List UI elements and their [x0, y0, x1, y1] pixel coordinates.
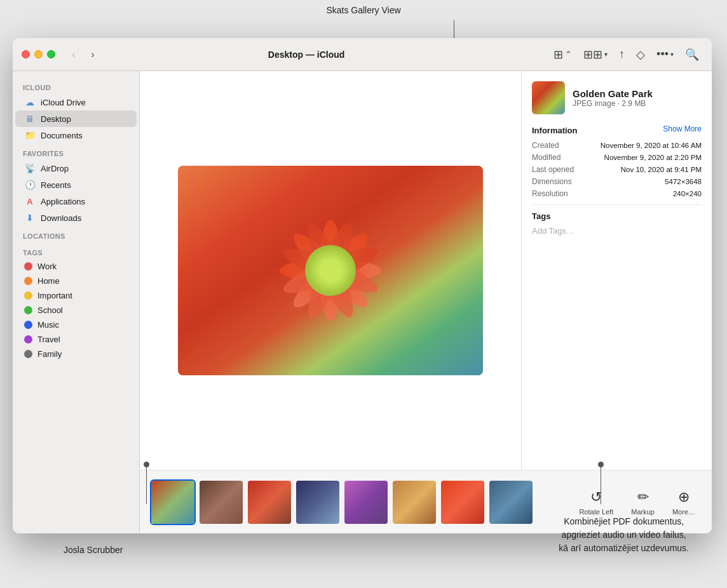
sidebar-item-tag-travel[interactable]: Travel	[15, 332, 137, 347]
rotate-left-icon: ↺	[590, 489, 602, 505]
flower-center	[305, 245, 356, 296]
title-bar: ‹ › Desktop — iCloud ⊞ ⌃ ⊞⊞ ▾ ↑ ◇ ••• ▾	[13, 38, 712, 71]
thumb-5[interactable]	[343, 479, 389, 525]
gallery-area: Golden Gate Park JPEG image · 2.9 MB Inf…	[140, 71, 712, 470]
tags-label: Tags	[532, 211, 702, 221]
gallery-view-button[interactable]: ⊞⊞ ▾	[580, 45, 611, 64]
more-button[interactable]: ••• ▾	[653, 45, 677, 63]
fullscreen-button[interactable]	[47, 50, 55, 58]
markup-button[interactable]: ✏ Markup	[625, 485, 661, 519]
thumb-img-6	[393, 481, 436, 524]
finder-window: ‹ › Desktop — iCloud ⊞ ⌃ ⊞⊞ ▾ ↑ ◇ ••• ▾	[13, 38, 712, 533]
sidebar-item-label: Documents	[41, 131, 83, 140]
minimize-button[interactable]	[34, 50, 43, 58]
thumb-8[interactable]	[488, 479, 534, 525]
sidebar-item-downloads[interactable]: ⬇ Downloads	[15, 210, 137, 226]
gallery-view-icon: ⊞⊞	[583, 48, 602, 62]
file-thumbnail	[532, 81, 565, 114]
sidebar-item-icloud-drive[interactable]: ☁ iCloud Drive	[15, 94, 137, 110]
sidebar-item-tag-home[interactable]: Home	[15, 274, 137, 288]
info-row-created: Created November 9, 2020 at 10:46 AM	[532, 141, 702, 150]
callout-top-label: Skats Gallery View	[0, 5, 727, 15]
show-more-button[interactable]: Show More	[663, 124, 702, 133]
thumb-2[interactable]	[198, 479, 244, 525]
sidebar-item-label: Applications	[41, 197, 85, 206]
tag-music-dot	[24, 321, 32, 329]
view-toggle-button[interactable]: ⊞ ⌃	[550, 45, 576, 64]
view-toggle-chevron: ⌃	[565, 50, 572, 59]
tag-button[interactable]: ◇	[632, 45, 649, 64]
scrubber-thumbnails	[150, 479, 573, 525]
close-button[interactable]	[22, 50, 30, 58]
tag-important-label: Important	[37, 291, 72, 300]
info-section: Information Show More	[532, 124, 702, 136]
scrubber-actions: ↺ Rotate Left ✏ Markup ⊕ More…	[573, 485, 702, 519]
search-button[interactable]: 🔍	[681, 45, 703, 64]
dimensions-label: Dimensions	[532, 177, 572, 186]
documents-icon: 📁	[24, 130, 36, 141]
created-value: November 9, 2020 at 10:46 AM	[601, 142, 702, 149]
info-row-modified: Modified November 9, 2020 at 2:20 PM	[532, 153, 702, 162]
sidebar-item-tag-work[interactable]: Work	[15, 259, 137, 274]
toolbar-right: ⊞ ⌃ ⊞⊞ ▾ ↑ ◇ ••• ▾ 🔍	[550, 45, 703, 64]
thumb-3[interactable]	[247, 479, 292, 525]
share-button[interactable]: ↑	[615, 45, 628, 63]
file-name: Golden Gate Park	[573, 88, 653, 99]
scrubber-bar: ↺ Rotate Left ✏ Markup ⊕ More…	[140, 470, 712, 533]
more-actions-button[interactable]: ⊕ More…	[666, 485, 702, 519]
finder-body: iCloud ☁ iCloud Drive 🖥 Desktop 📁 Docume…	[13, 71, 712, 533]
info-panel: Golden Gate Park JPEG image · 2.9 MB Inf…	[521, 71, 712, 470]
sidebar-item-label: iCloud Drive	[41, 98, 86, 107]
modified-value: November 9, 2020 at 2:20 PM	[604, 154, 702, 161]
thumb-6[interactable]	[391, 479, 437, 525]
thumb-7[interactable]	[440, 479, 486, 525]
tag-family-dot	[24, 350, 32, 358]
sidebar-item-recents[interactable]: 🕐 Recents	[15, 177, 137, 193]
sidebar-section-tags: Tags	[13, 243, 139, 259]
info-row-last-opened: Last opened Nov 10, 2020 at 9:41 PM	[532, 165, 702, 174]
sidebar-item-label: Recents	[41, 180, 71, 190]
resolution-label: Resolution	[532, 189, 568, 198]
markup-label: Markup	[631, 508, 655, 516]
sidebar-section-favorites: Favorites	[13, 144, 139, 160]
file-type: JPEG image · 2.9 MB	[573, 99, 653, 108]
sidebar-item-applications[interactable]: A Applications	[15, 193, 137, 210]
file-header: Golden Gate Park JPEG image · 2.9 MB	[532, 81, 702, 114]
sidebar-item-tag-school[interactable]: School	[15, 303, 137, 317]
main-content: Golden Gate Park JPEG image · 2.9 MB Inf…	[140, 71, 712, 533]
thumb-img-2	[200, 481, 243, 524]
more-actions-label: More…	[672, 508, 695, 516]
tag-music-label: Music	[37, 320, 59, 330]
share-icon: ↑	[619, 48, 625, 61]
add-tags-input[interactable]: Add Tags…	[532, 226, 702, 236]
recents-icon: 🕐	[24, 179, 36, 190]
downloads-icon: ⬇	[24, 212, 36, 224]
callout-bottom-left-label: Josla Scrubber	[64, 545, 123, 555]
sidebar-item-tag-music[interactable]: Music	[15, 317, 137, 332]
sidebar-item-label: Desktop	[41, 114, 71, 124]
tag-home-dot	[24, 277, 32, 285]
rotate-left-button[interactable]: ↺ Rotate Left	[573, 485, 620, 519]
more-chevron: ▾	[670, 51, 674, 58]
tag-travel-label: Travel	[37, 335, 60, 344]
tag-important-dot	[24, 291, 32, 300]
sidebar-item-airdrop[interactable]: 📡 AirDrop	[15, 160, 137, 177]
sidebar-item-tag-important[interactable]: Important	[15, 288, 137, 303]
thumb-4[interactable]	[295, 479, 341, 525]
info-row-resolution: Resolution 240×240	[532, 189, 702, 198]
tag-icon: ◇	[636, 48, 645, 62]
tag-home-label: Home	[37, 276, 60, 286]
thumb-img-1	[151, 481, 194, 524]
sidebar-item-label: AirDrop	[41, 164, 69, 173]
resolution-value: 240×240	[673, 190, 702, 197]
tag-work-label: Work	[37, 262, 57, 271]
sidebar-item-desktop[interactable]: 🖥 Desktop	[15, 110, 137, 127]
sidebar-item-tag-family[interactable]: Family	[15, 347, 137, 361]
file-info-text: Golden Gate Park JPEG image · 2.9 MB	[573, 88, 653, 108]
sidebar-item-documents[interactable]: 📁 Documents	[15, 127, 137, 144]
preview-image	[178, 166, 483, 375]
thumb-1[interactable]	[150, 479, 196, 525]
tag-travel-dot	[24, 335, 32, 344]
created-label: Created	[532, 141, 559, 150]
image-preview-area	[140, 71, 521, 470]
